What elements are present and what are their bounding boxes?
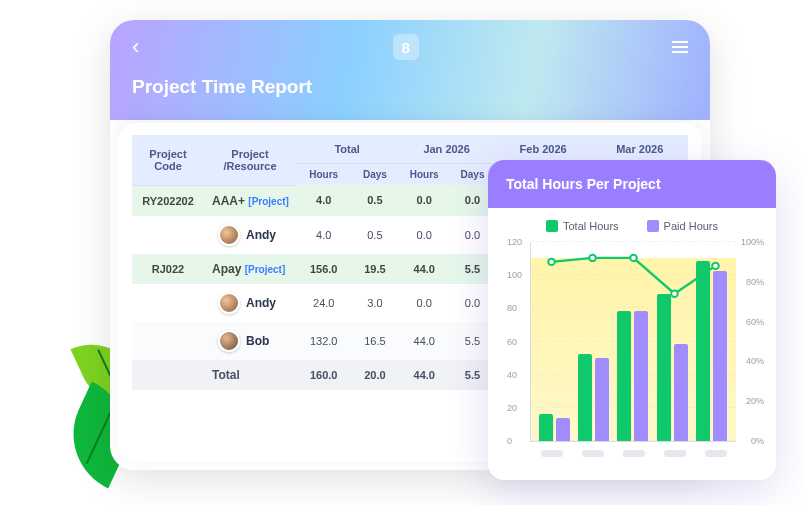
cell-value: 132.0 — [296, 322, 351, 360]
col-days: Days — [351, 164, 398, 186]
col-project-code: Project Code — [132, 135, 204, 185]
x-axis-categories — [531, 450, 736, 457]
col-hours: Hours — [398, 164, 450, 186]
cell-value: 160.0 — [296, 360, 351, 390]
chart-plot-area: 0204060801001200%20%40%60%80%100% — [530, 242, 736, 442]
y-axis-right-tick: 20% — [746, 396, 764, 406]
cell-value: 0.5 — [351, 185, 398, 216]
cell-total-label: Total — [204, 360, 296, 390]
y-axis-tick: 120 — [507, 237, 522, 247]
y-axis-right-tick: 40% — [746, 356, 764, 366]
col-project-resource: Project /Resource — [204, 135, 296, 185]
resource-name: Andy — [246, 228, 276, 242]
svg-point-1 — [589, 255, 596, 261]
cell-value: 24.0 — [296, 284, 351, 322]
avatar — [218, 292, 240, 314]
cell-value: 44.0 — [398, 254, 450, 284]
y-axis-right-tick: 60% — [746, 317, 764, 327]
svg-point-4 — [712, 263, 719, 269]
project-tag: [Project] — [248, 196, 289, 207]
col-total: Total — [296, 135, 398, 164]
chart-line — [531, 242, 736, 441]
svg-point-0 — [548, 259, 555, 265]
y-axis-tick: 20 — [507, 403, 517, 413]
legend-total-hours: Total Hours — [546, 220, 619, 232]
chart-panel: Total Hours Per Project Total Hours Paid… — [488, 160, 776, 480]
project-tag: [Project] — [245, 264, 286, 275]
cell-value: 44.0 — [398, 322, 450, 360]
resource-name: Bob — [246, 334, 269, 348]
col-hours: Hours — [296, 164, 351, 186]
cell-value: 44.0 — [398, 360, 450, 390]
menu-icon[interactable] — [672, 41, 688, 53]
svg-point-2 — [630, 255, 637, 261]
cell-value: 0.0 — [398, 185, 450, 216]
cell-project-code: RY202202 — [132, 185, 204, 216]
legend-paid-hours: Paid Hours — [647, 220, 718, 232]
cell-value: 0.0 — [398, 216, 450, 254]
app-logo: 8 — [393, 34, 419, 60]
y-axis-tick: 40 — [507, 370, 517, 380]
cell-project-code: RJ022 — [132, 254, 204, 284]
cell-value: 4.0 — [296, 216, 351, 254]
cell-value: 0.0 — [398, 284, 450, 322]
cell-resource: Bob — [204, 322, 296, 360]
y-axis-tick: 80 — [507, 303, 517, 313]
cell-value: 20.0 — [351, 360, 398, 390]
y-axis-right-tick: 0% — [751, 436, 764, 446]
col-month: Jan 2026 — [398, 135, 495, 164]
y-axis-tick: 60 — [507, 337, 517, 347]
y-axis-tick: 100 — [507, 270, 522, 280]
cell-value: 156.0 — [296, 254, 351, 284]
chart-title: Total Hours Per Project — [488, 160, 776, 208]
avatar — [218, 330, 240, 352]
cell-value: 3.0 — [351, 284, 398, 322]
cell-project-name: Apay [Project] — [204, 254, 296, 284]
chart-legend: Total Hours Paid Hours — [504, 220, 760, 232]
svg-point-3 — [671, 291, 678, 297]
y-axis-right-tick: 80% — [746, 277, 764, 287]
back-button[interactable]: ‹ — [132, 34, 139, 60]
avatar — [218, 224, 240, 246]
y-axis-right-tick: 100% — [741, 237, 764, 247]
cell-value: 19.5 — [351, 254, 398, 284]
app-header: ‹ 8 Project Time Report — [110, 20, 710, 120]
y-axis-tick: 0 — [507, 436, 512, 446]
cell-value: 4.0 — [296, 185, 351, 216]
cell-resource: Andy — [204, 216, 296, 254]
resource-name: Andy — [246, 296, 276, 310]
cell-value: 16.5 — [351, 322, 398, 360]
cell-project-name: AAA+ [Project] — [204, 185, 296, 216]
cell-value: 0.5 — [351, 216, 398, 254]
cell-resource: Andy — [204, 284, 296, 322]
page-title: Project Time Report — [132, 76, 688, 98]
